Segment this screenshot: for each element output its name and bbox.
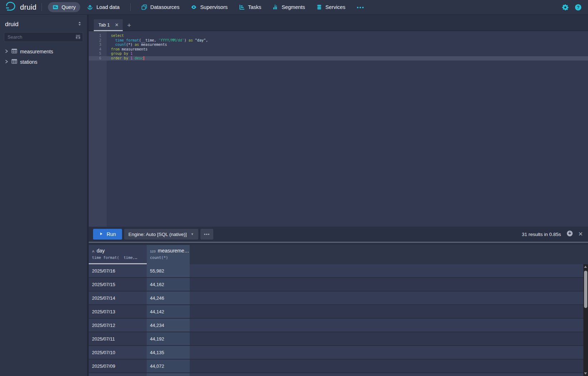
column-expression: time_format(__time,…	[92, 255, 147, 260]
results-panel: A day time_format(__time,… 123 measureme…	[89, 245, 588, 376]
header-filler	[190, 245, 588, 264]
row-filler	[190, 264, 588, 277]
cell-measurements[interactable]: 44,162	[147, 278, 190, 291]
scroll-down-arrow-icon[interactable]	[584, 372, 587, 375]
nav-item-label: Datasources	[150, 4, 179, 10]
cell-day[interactable]: 2025/07/09	[89, 360, 147, 372]
nav-right: ?	[562, 4, 584, 11]
content: druid	[0, 15, 588, 376]
line-number: 2	[89, 38, 107, 43]
cell-measurements[interactable]: 44,135	[147, 346, 190, 359]
column-header-measurements[interactable]: 123 measureme… count(*)	[147, 245, 190, 264]
run-button[interactable]: Run	[93, 229, 122, 240]
sql-line-2: time_format(__time, 'YYYY/MM/dd') as "da…	[107, 38, 588, 43]
chevron-right-icon[interactable]	[4, 59, 9, 65]
table-row: 2025/07/0944,072	[89, 360, 588, 373]
column-header-day[interactable]: A day time_format(__time,…	[89, 245, 147, 264]
schema-selector[interactable]: druid	[0, 15, 87, 31]
sidebar-table-measurements[interactable]: measurements	[0, 46, 87, 57]
nav-item-tasks[interactable]: Tasks	[234, 2, 266, 12]
nav-item-segments[interactable]: Segments	[268, 2, 310, 12]
cell-day[interactable]: 2025/07/13	[89, 305, 147, 318]
close-results-icon[interactable]: ✕	[578, 231, 583, 237]
text-cursor	[144, 56, 144, 60]
nav-item-label: Services	[325, 4, 345, 10]
segments-icon	[273, 4, 278, 10]
nav-item-supervisors[interactable]: Supervisors	[186, 2, 232, 12]
schema-title: druid	[5, 21, 19, 28]
nav-item-label: Tasks	[248, 4, 261, 10]
table-row: 2025/07/1044,135	[89, 346, 588, 360]
query-editor[interactable]: 123456 select time_format(__time, 'YYYY/…	[89, 31, 588, 227]
engine-label: Engine: Auto [SQL (native)]	[128, 232, 187, 237]
sql-code-area: select time_format(__time, 'YYYY/MM/dd')…	[107, 31, 588, 227]
row-filler	[190, 291, 588, 304]
more-label: •••	[204, 232, 210, 237]
druid-logo[interactable]: druid	[5, 1, 37, 13]
query-tab[interactable]: Tab 1 ✕	[94, 19, 123, 31]
nav-separator	[42, 3, 42, 11]
tab-close-icon[interactable]: ✕	[115, 22, 119, 28]
line-number: 5	[89, 52, 107, 56]
nav-item-services[interactable]: Services	[312, 2, 350, 12]
results-scrollbar[interactable]	[583, 264, 588, 376]
sidebar-table-stations[interactable]: stations	[0, 57, 87, 67]
cell-day[interactable]: 2025/07/12	[89, 319, 147, 332]
chevron-right-icon[interactable]	[4, 49, 9, 54]
nav-item-label: Segments	[282, 4, 305, 10]
cell-measurements[interactable]: 44,142	[147, 305, 190, 318]
line-number: 3	[89, 43, 107, 47]
table-row: 2025/07/1344,142	[89, 305, 588, 319]
download-icon[interactable]	[567, 230, 573, 238]
run-bar: Run Engine: Auto [SQL (native)] ▼ ••• 31…	[89, 227, 588, 242]
nav-item-more[interactable]: •••	[352, 2, 369, 13]
engine-select-button[interactable]: Engine: Auto [SQL (native)] ▼	[124, 229, 198, 240]
cell-day[interactable]	[89, 373, 147, 376]
supervisors-icon	[191, 4, 197, 10]
druid-logo-icon	[5, 1, 17, 13]
filter-sliders-icon[interactable]	[75, 34, 81, 41]
settings-gear-icon[interactable]	[562, 4, 569, 11]
cell-measurements[interactable]: 44,234	[147, 319, 190, 332]
cell-day[interactable]: 2025/07/15	[89, 278, 147, 291]
cell-measurements[interactable]: 44,246	[147, 291, 190, 304]
nav-item-label: Load data	[96, 4, 120, 10]
table-row: 2025/07/1144,192	[89, 332, 588, 346]
cell-measurements[interactable]	[147, 373, 190, 376]
cell-measurements[interactable]: 44,192	[147, 332, 190, 345]
table-row: 2025/07/1444,246	[89, 291, 588, 305]
help-icon[interactable]: ?	[575, 4, 582, 11]
result-status-group: 31 results in 0.85s ✕	[522, 230, 583, 238]
search-box	[4, 32, 83, 42]
query-more-button[interactable]: •••	[200, 229, 214, 240]
column-name: day	[97, 248, 105, 254]
chevron-down-icon: ▼	[191, 232, 194, 236]
sql-line-3: count(*) as measurements	[107, 43, 588, 47]
row-filler	[190, 346, 588, 359]
column-expression: count(*)	[150, 255, 190, 260]
line-number: 1	[89, 34, 107, 38]
table-row: 2025/07/1655,982	[89, 264, 588, 278]
cell-measurements[interactable]: 55,982	[147, 264, 190, 277]
nav-item-datasources[interactable]: Datasources	[137, 2, 184, 12]
run-label: Run	[107, 231, 116, 237]
nav-item-query[interactable]: Query	[48, 2, 81, 12]
add-tab-button[interactable]: +	[123, 19, 136, 31]
sql-line-1: select	[107, 34, 588, 38]
row-filler	[190, 373, 588, 376]
load-data-icon	[87, 4, 93, 10]
scroll-up-arrow-icon[interactable]	[584, 266, 587, 268]
services-icon	[316, 4, 322, 10]
line-number: 4	[89, 47, 107, 52]
scrollbar-thumb[interactable]	[584, 271, 587, 308]
cell-day[interactable]: 2025/07/16	[89, 264, 147, 277]
nav-item-label: Query	[62, 4, 76, 10]
search-input[interactable]	[4, 32, 83, 42]
cell-measurements[interactable]: 44,072	[147, 360, 190, 372]
cell-day[interactable]: 2025/07/11	[89, 332, 147, 345]
cell-day[interactable]: 2025/07/10	[89, 346, 147, 359]
number-type-icon: 123	[150, 249, 156, 253]
druid-console: druid QueryLoad dataDatasourcesSuperviso…	[0, 0, 588, 376]
nav-item-load-data[interactable]: Load data	[82, 2, 124, 13]
cell-day[interactable]: 2025/07/14	[89, 291, 147, 304]
